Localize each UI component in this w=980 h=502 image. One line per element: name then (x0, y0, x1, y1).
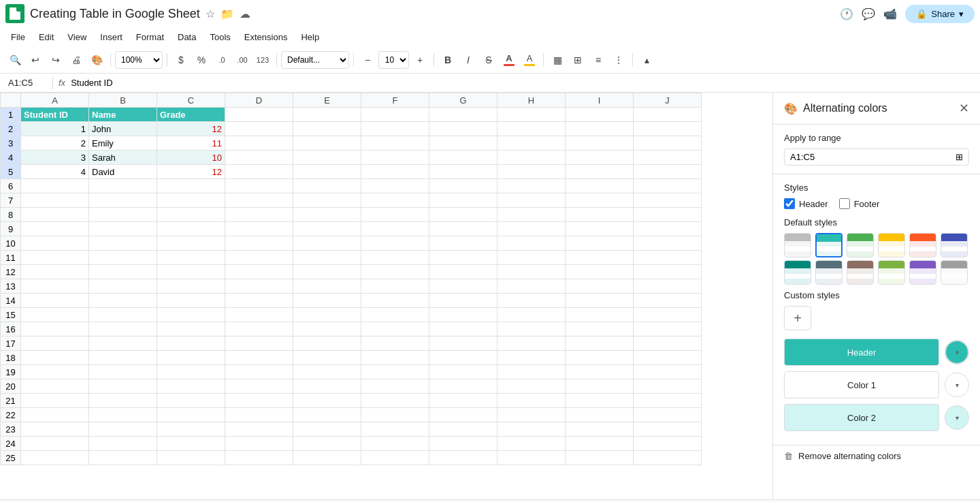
style-swatch-2[interactable] (847, 233, 874, 257)
cell[interactable] (293, 122, 361, 136)
search-button[interactable]: 🔍 (5, 50, 24, 69)
font-size-decrease-button[interactable]: − (358, 50, 377, 69)
cell[interactable] (566, 236, 634, 251)
cell[interactable] (634, 422, 702, 437)
cell[interactable]: Name (89, 108, 157, 122)
cell[interactable] (634, 122, 702, 136)
cell-reference-input[interactable] (5, 76, 53, 89)
col-header-A[interactable]: A (21, 93, 89, 108)
menu-extensions[interactable]: Extensions (239, 29, 293, 45)
cell[interactable] (361, 208, 429, 222)
style-swatch-5[interactable] (941, 233, 968, 257)
cell[interactable] (21, 208, 89, 222)
cell[interactable] (429, 379, 497, 394)
cell[interactable] (293, 451, 361, 465)
currency-button[interactable]: $ (172, 50, 191, 69)
cell[interactable] (157, 179, 225, 193)
cell[interactable] (89, 437, 157, 451)
cell[interactable] (634, 136, 702, 151)
cell[interactable] (429, 193, 497, 208)
cell[interactable] (225, 108, 293, 122)
align-button[interactable]: ≡ (589, 50, 608, 69)
cell[interactable] (21, 437, 89, 451)
cell[interactable] (566, 193, 634, 208)
add-custom-style-button[interactable]: + (784, 306, 811, 330)
cell[interactable] (157, 365, 225, 379)
cell[interactable] (497, 279, 566, 294)
cell[interactable] (225, 236, 293, 251)
cell[interactable] (361, 265, 429, 279)
cell[interactable] (293, 222, 361, 236)
col-header-J[interactable]: J (634, 93, 702, 108)
cell[interactable] (21, 222, 89, 236)
cell[interactable] (293, 437, 361, 451)
cell[interactable] (293, 151, 361, 165)
cell[interactable] (293, 208, 361, 222)
star-icon[interactable]: ☆ (206, 7, 215, 20)
row-header-4[interactable]: 4 (1, 151, 21, 165)
cell[interactable]: John (89, 122, 157, 136)
cell[interactable]: 11 (157, 136, 225, 151)
menu-help[interactable]: Help (295, 29, 325, 45)
cell[interactable] (89, 394, 157, 408)
cell[interactable] (225, 193, 293, 208)
menu-tools[interactable]: Tools (204, 29, 235, 45)
cell[interactable] (361, 394, 429, 408)
cell[interactable] (497, 365, 566, 379)
cell[interactable] (21, 251, 89, 265)
cell[interactable] (21, 265, 89, 279)
cell[interactable] (157, 351, 225, 365)
cell[interactable] (89, 265, 157, 279)
number-format-button[interactable]: 123 (253, 50, 272, 69)
style-swatch-4[interactable] (909, 233, 936, 257)
cell[interactable] (634, 308, 702, 322)
cell[interactable] (293, 408, 361, 422)
cell[interactable] (21, 236, 89, 251)
cell[interactable] (293, 365, 361, 379)
cell[interactable] (225, 451, 293, 465)
menu-format[interactable]: Format (131, 29, 169, 45)
cell[interactable] (497, 265, 566, 279)
formula-input[interactable] (71, 78, 975, 88)
cell[interactable]: David (89, 165, 157, 179)
cell[interactable] (225, 122, 293, 136)
color1-picker[interactable]: ▾ (945, 373, 969, 397)
cell[interactable] (361, 179, 429, 193)
header-color-picker[interactable]: ▾ (945, 340, 969, 364)
cell[interactable] (225, 379, 293, 394)
row-header-21[interactable]: 21 (1, 394, 21, 408)
cell[interactable] (634, 437, 702, 451)
cell[interactable] (361, 408, 429, 422)
cell[interactable] (429, 265, 497, 279)
cell[interactable] (157, 437, 225, 451)
cell[interactable] (497, 294, 566, 308)
cell[interactable] (566, 122, 634, 136)
col-header-D[interactable]: D (225, 93, 293, 108)
strikethrough-button[interactable]: S (479, 50, 498, 69)
col-header-C[interactable]: C (157, 93, 225, 108)
cell[interactable] (157, 222, 225, 236)
cell[interactable] (497, 336, 566, 351)
video-icon[interactable]: 📹 (883, 7, 897, 20)
color2-button[interactable]: Color 2 (784, 404, 939, 431)
cell[interactable] (566, 179, 634, 193)
cell[interactable] (429, 294, 497, 308)
cell[interactable] (429, 336, 497, 351)
cell[interactable] (293, 193, 361, 208)
cell[interactable] (21, 351, 89, 365)
style-swatch-8[interactable] (847, 260, 874, 285)
cell[interactable] (293, 136, 361, 151)
cell[interactable] (225, 394, 293, 408)
cell[interactable] (89, 408, 157, 422)
cell[interactable] (293, 394, 361, 408)
range-input[interactable] (790, 152, 953, 162)
row-header-17[interactable]: 17 (1, 336, 21, 351)
menu-edit[interactable]: Edit (33, 29, 59, 45)
fill-color-button[interactable]: A (520, 50, 539, 69)
font-size-select[interactable]: 10 (378, 51, 409, 69)
cell[interactable] (634, 179, 702, 193)
cell[interactable] (634, 193, 702, 208)
cell[interactable] (497, 351, 566, 365)
cell[interactable] (225, 422, 293, 437)
header-color-button[interactable]: Header (784, 339, 939, 366)
